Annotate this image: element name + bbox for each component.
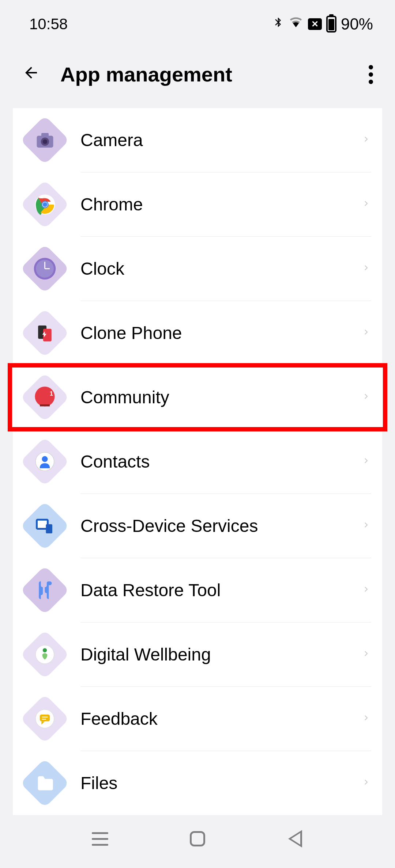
nav-recents-icon[interactable]: [91, 830, 109, 848]
wifi-icon: [288, 16, 304, 32]
status-icons: ✕ 90%: [273, 15, 373, 33]
app-name-label: Files: [80, 773, 361, 793]
svg-point-23: [43, 648, 47, 652]
app-icon: [27, 637, 62, 672]
app-name-label: Chrome: [80, 194, 361, 214]
chevron-right-icon: [361, 389, 371, 406]
nav-home-icon[interactable]: [188, 830, 207, 848]
app-icon: [27, 701, 62, 736]
chevron-right-icon: [361, 517, 371, 535]
app-item-community[interactable]: 1 Community: [10, 365, 385, 429]
chevron-right-icon: [361, 132, 371, 149]
svg-point-18: [42, 456, 48, 462]
chevron-right-icon: [361, 196, 371, 213]
svg-rect-3: [41, 133, 49, 137]
app-name-label: Feedback: [80, 709, 361, 729]
app-list: Camera Chrome Clock Clone Phone: [13, 108, 382, 815]
app-icon: [27, 187, 62, 222]
app-icon: [27, 123, 62, 157]
app-item-cross-device-services[interactable]: Cross-Device Services: [13, 494, 382, 558]
chevron-right-icon: [361, 453, 371, 471]
app-item-clock[interactable]: Clock: [13, 237, 382, 301]
back-arrow-icon[interactable]: [20, 62, 42, 86]
chevron-right-icon: [361, 324, 371, 342]
app-name-label: Clock: [80, 259, 361, 279]
app-item-files[interactable]: Files: [13, 751, 382, 815]
app-icon: [27, 444, 62, 479]
status-time: 10:58: [29, 15, 68, 33]
app-item-clone-phone[interactable]: Clone Phone: [13, 301, 382, 365]
app-item-camera[interactable]: Camera: [13, 108, 382, 172]
app-name-label: Data Restore Tool: [80, 580, 361, 600]
navigation-bar: [0, 830, 395, 848]
more-options-icon[interactable]: [369, 65, 373, 84]
chevron-right-icon: [361, 646, 371, 663]
chevron-right-icon: [361, 582, 371, 599]
svg-point-7: [42, 202, 47, 207]
svg-text:1: 1: [50, 390, 53, 396]
svg-rect-20: [46, 524, 52, 533]
chevron-right-icon: [361, 260, 371, 278]
app-name-label: Camera: [80, 130, 361, 150]
app-item-chrome[interactable]: Chrome: [13, 172, 382, 236]
page-title: App management: [60, 62, 232, 86]
nav-back-icon[interactable]: [286, 830, 304, 848]
app-name-label: Contacts: [80, 452, 361, 472]
svg-rect-16: [40, 404, 50, 406]
app-item-contacts[interactable]: Contacts: [13, 430, 382, 494]
app-name-label: Community: [80, 387, 361, 407]
svg-rect-25: [40, 715, 50, 721]
close-box-icon: ✕: [308, 18, 322, 30]
app-icon: 1: [27, 380, 62, 415]
battery-icon: [326, 16, 336, 33]
app-name-label: Digital Wellbeing: [80, 644, 361, 665]
app-icon: [27, 509, 62, 543]
svg-point-2: [42, 139, 47, 144]
app-icon: [27, 316, 62, 350]
app-item-digital-wellbeing[interactable]: Digital Wellbeing: [13, 623, 382, 686]
chevron-right-icon: [361, 710, 371, 728]
app-icon: [27, 573, 62, 608]
chevron-right-icon: [361, 774, 371, 792]
app-icon: [27, 766, 62, 800]
battery-percent: 90%: [341, 15, 373, 33]
app-name-label: Clone Phone: [80, 323, 361, 343]
svg-point-21: [48, 581, 52, 585]
bluetooth-icon: [273, 15, 284, 33]
app-item-data-restore-tool[interactable]: Data Restore Tool: [13, 558, 382, 622]
app-icon: [27, 251, 62, 286]
app-name-label: Cross-Device Services: [80, 516, 361, 536]
app-item-feedback[interactable]: Feedback: [13, 687, 382, 751]
status-bar: 10:58 ✕ 90%: [0, 0, 395, 44]
header: App management: [0, 44, 395, 108]
